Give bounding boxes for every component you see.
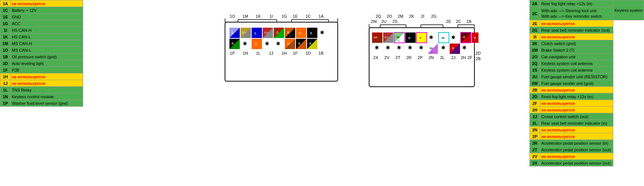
right-code-cell: 2S bbox=[530, 67, 540, 73]
svg-text:G: G bbox=[276, 31, 279, 34]
svg-text:2H: 2H bbox=[461, 55, 466, 60]
svg-text:O: O bbox=[299, 31, 301, 35]
right-code-cell: 2G bbox=[530, 27, 540, 34]
svg-text:1D: 1D bbox=[306, 51, 311, 55]
svg-text:2K: 2K bbox=[409, 14, 414, 18]
right-code-cell: 2I bbox=[530, 34, 540, 40]
left-label-cell: PJB bbox=[11, 67, 83, 73]
left-code-cell: 1K bbox=[0, 34, 11, 40]
left-label-cell: Auto leveling light bbox=[11, 60, 83, 67]
right-table-container: 2ARear fog light relay +12v (in)Keyless … bbox=[529, 0, 644, 186]
right-label-cell: не используется bbox=[540, 153, 613, 160]
left-code-cell: 1H bbox=[0, 73, 11, 80]
right-label-cell: With adv. --> Steering lock unit With ad… bbox=[540, 7, 613, 20]
svg-text:2T: 2T bbox=[396, 55, 401, 60]
right-code-cell: 2P bbox=[530, 133, 540, 140]
svg-text:V: V bbox=[431, 50, 433, 54]
svg-text:B: B bbox=[464, 39, 466, 42]
svg-text:1I: 1I bbox=[269, 14, 273, 18]
right-label-cell: Fuel gauge sender unit (gnd) bbox=[540, 80, 613, 87]
svg-text:2R: 2R bbox=[406, 55, 412, 60]
svg-text:L: L bbox=[453, 50, 455, 54]
svg-text:1C: 1C bbox=[306, 14, 311, 18]
svg-text:B: B bbox=[408, 36, 410, 40]
svg-text:GY: GY bbox=[264, 31, 269, 34]
left-label-cell: GND bbox=[11, 14, 83, 20]
left-code-cell: 1M bbox=[0, 40, 11, 47]
svg-text:2S: 2S bbox=[392, 19, 397, 24]
svg-text:2J: 2J bbox=[451, 55, 456, 60]
right-label-cell: Keyless system coil antenna bbox=[540, 67, 613, 73]
svg-text:2L: 2L bbox=[440, 55, 444, 60]
right-label-cell: Rear seat belt reminder indicator (out) bbox=[540, 27, 613, 34]
svg-text:✱: ✱ bbox=[441, 45, 446, 51]
svg-text:B: B bbox=[287, 31, 289, 34]
svg-text:B: B bbox=[309, 42, 311, 45]
svg-text:BR: BR bbox=[374, 36, 378, 39]
svg-text:W: W bbox=[234, 34, 236, 38]
svg-text:1P: 1P bbox=[230, 51, 235, 55]
svg-text:O: O bbox=[255, 42, 257, 46]
svg-text:O: O bbox=[287, 42, 290, 45]
right-label-cell: не используется bbox=[540, 100, 613, 107]
svg-text:2G: 2G bbox=[431, 14, 437, 18]
svg-text:R: R bbox=[278, 34, 280, 38]
svg-text:✱: ✱ bbox=[397, 45, 401, 51]
svg-text:1J: 1J bbox=[269, 51, 273, 55]
svg-text:L: L bbox=[255, 31, 257, 35]
svg-text:1L: 1L bbox=[256, 51, 260, 55]
right-code-cell: 2M bbox=[530, 47, 540, 54]
right-code-cell: 2B bbox=[530, 87, 540, 93]
left-label-cell: HS CAN-H bbox=[11, 27, 83, 34]
left-code-cell: 1D bbox=[0, 60, 11, 67]
right-label-cell: Accelerator pedal position sensor (in) bbox=[540, 140, 613, 147]
left-label-cell: ACC bbox=[11, 20, 83, 27]
svg-text:1G: 1G bbox=[282, 14, 287, 18]
keyless-system-cell: Keyless system bbox=[613, 0, 644, 20]
right-label-cell: Keyless system coil antenna bbox=[540, 60, 613, 67]
svg-text:✱: ✱ bbox=[386, 45, 390, 51]
svg-text:✱: ✱ bbox=[419, 45, 423, 51]
svg-text:1N: 1N bbox=[243, 51, 248, 55]
right-code-cell: 2N bbox=[530, 127, 540, 133]
left-code-cell: 1G bbox=[0, 20, 11, 27]
left-label-cell: Battery + 12V bbox=[11, 7, 83, 14]
right-label-cell: не используется bbox=[540, 34, 613, 40]
right-label-cell: Fuel gauge sender unit (RESISTOR) bbox=[540, 73, 613, 80]
left-label-cell: TNS Relay bbox=[11, 87, 83, 93]
svg-text:2X: 2X bbox=[373, 55, 378, 60]
right-code-cell: 2W bbox=[530, 80, 540, 87]
svg-text:B: B bbox=[298, 42, 300, 45]
left-code-cell: 1P bbox=[0, 100, 11, 107]
right-label-cell: Accelerator pedal position sensor (out) bbox=[540, 147, 613, 153]
right-code-cell: 2T bbox=[530, 147, 540, 153]
svg-text:W: W bbox=[430, 46, 433, 50]
left-code-cell: 1A bbox=[0, 0, 11, 7]
svg-text:R: R bbox=[452, 46, 454, 50]
svg-text:✱: ✱ bbox=[276, 41, 280, 46]
connector-svg: 1O 1M 1K 1I 1G 1E 1C 1A bbox=[83, 0, 529, 186]
right-code-cell: 2H bbox=[530, 107, 540, 113]
right-label-cell: не используется bbox=[540, 87, 613, 93]
svg-text:R: R bbox=[267, 34, 269, 38]
right-code-cell: 2V bbox=[530, 153, 540, 160]
svg-rect-28 bbox=[252, 28, 262, 38]
left-label-cell: Oil pressure switch (gnd) bbox=[11, 54, 83, 60]
left-label-cell: не используется bbox=[11, 0, 83, 7]
right-label-cell: Accelerator pedal position sensor (out) bbox=[540, 160, 613, 166]
svg-text:1E: 1E bbox=[293, 14, 297, 18]
right-label-cell: Clutch switch (gnd) bbox=[540, 40, 613, 47]
svg-text:GY: GY bbox=[384, 36, 389, 39]
svg-text:✱: ✱ bbox=[375, 45, 379, 51]
right-code-cell: 2C bbox=[530, 7, 540, 20]
svg-text:GY: GY bbox=[242, 31, 246, 34]
svg-text:✱: ✱ bbox=[429, 34, 433, 40]
left-code-cell: 1E bbox=[0, 14, 11, 20]
right-code-cell: 2O bbox=[530, 54, 540, 60]
svg-text:B: B bbox=[310, 31, 312, 35]
svg-text:2D: 2D bbox=[476, 51, 481, 55]
left-label-cell: MS CAN-L bbox=[11, 47, 83, 54]
right-code-cell: 2F bbox=[530, 100, 540, 107]
svg-text:2A: 2A bbox=[466, 19, 471, 24]
svg-text:2I: 2I bbox=[421, 14, 424, 18]
